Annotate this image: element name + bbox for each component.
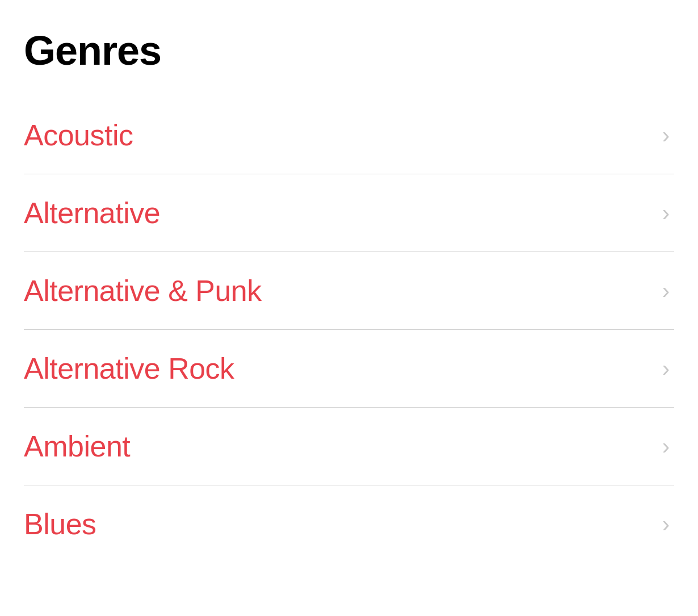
genre-label-blues: Blues <box>24 507 96 541</box>
genre-label-alternative-rock: Alternative Rock <box>24 351 234 385</box>
genre-item-alternative-rock[interactable]: Alternative Rock› <box>24 330 674 408</box>
genre-label-ambient: Ambient <box>24 429 130 463</box>
genre-item-alternative-punk[interactable]: Alternative & Punk› <box>24 252 674 330</box>
chevron-right-icon: › <box>662 435 670 458</box>
chevron-right-icon: › <box>662 124 670 146</box>
genre-list: Acoustic›Alternative›Alternative & Punk›… <box>24 97 674 563</box>
genre-label-acoustic: Acoustic <box>24 118 133 152</box>
page-title: Genres <box>24 27 674 74</box>
genre-label-alternative-punk: Alternative & Punk <box>24 274 262 308</box>
genre-item-blues[interactable]: Blues› <box>24 485 674 563</box>
genre-item-alternative[interactable]: Alternative› <box>24 174 674 252</box>
page-container: Genres Acoustic›Alternative›Alternative … <box>0 0 698 590</box>
chevron-right-icon: › <box>662 357 670 380</box>
chevron-right-icon: › <box>662 513 670 535</box>
genre-item-ambient[interactable]: Ambient› <box>24 408 674 485</box>
chevron-right-icon: › <box>662 202 670 224</box>
genre-item-acoustic[interactable]: Acoustic› <box>24 97 674 174</box>
chevron-right-icon: › <box>662 279 670 302</box>
genre-label-alternative: Alternative <box>24 196 160 230</box>
